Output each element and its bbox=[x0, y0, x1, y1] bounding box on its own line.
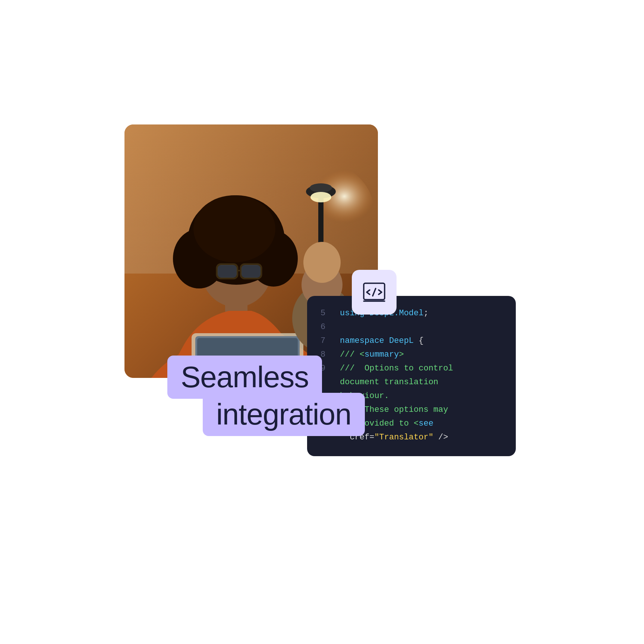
code-icon-badge bbox=[352, 270, 397, 315]
svg-rect-18 bbox=[242, 265, 261, 278]
svg-point-24 bbox=[303, 242, 341, 283]
code-line-8: 8 /// <summary> bbox=[321, 348, 502, 361]
main-scene: 5 using DeepL.Model; 6 7 namespace DeepL… bbox=[124, 124, 520, 520]
seamless-label: Seamless bbox=[167, 356, 322, 399]
code-line-9: 9 /// Options to control bbox=[321, 362, 502, 375]
svg-rect-17 bbox=[218, 265, 237, 278]
svg-point-6 bbox=[310, 192, 331, 202]
code-line-7: 7 namespace DeepL { bbox=[321, 335, 502, 347]
svg-point-5 bbox=[310, 183, 332, 192]
svg-point-13 bbox=[193, 195, 275, 262]
integration-label: integration bbox=[203, 393, 365, 436]
code-line-6: 6 bbox=[321, 321, 502, 333]
code-brackets-icon bbox=[362, 280, 387, 305]
code-line-5: 5 using DeepL.Model; bbox=[321, 307, 502, 319]
svg-line-26 bbox=[373, 288, 376, 296]
code-line-cont1: document translation bbox=[321, 376, 502, 388]
